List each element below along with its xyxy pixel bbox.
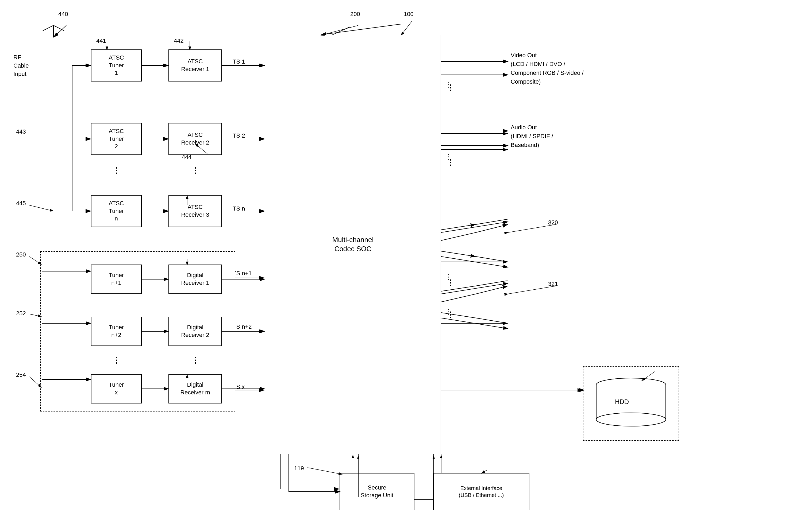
svg-marker-124 xyxy=(433,454,435,459)
tuner-n2-box: Tuner n+2 xyxy=(91,317,142,346)
svg-line-88 xyxy=(30,377,41,387)
svg-line-56 xyxy=(441,225,476,230)
hdd-label: HDD xyxy=(615,398,629,405)
audio-out-label: Audio Out (HDMI / SPDIF / Baseband) xyxy=(511,123,553,149)
dots-320: ⋯ xyxy=(445,273,454,281)
atsc-receiver-1-box: ATSC Receiver 1 xyxy=(168,50,222,81)
ref-100: 100 xyxy=(404,11,414,18)
svg-line-58 xyxy=(476,219,508,225)
secure-storage-box: Secure Storage Unit xyxy=(339,473,415,510)
multi-channel-codec-soc-box: Multi-channel Codec SOC xyxy=(265,35,441,454)
atsc-receiver-3-box: ATSC Receiver 3 xyxy=(168,195,222,227)
atsc-tuner-2-box: ATSC Tuner 2 xyxy=(91,123,142,155)
svg-line-6 xyxy=(43,25,54,31)
svg-line-59 xyxy=(476,256,508,262)
digital-receiver-1-box: Digital Receiver 1 xyxy=(168,265,222,294)
svg-line-4 xyxy=(54,25,66,37)
rf-cable-input-label: RF Cable Input xyxy=(13,54,29,78)
ref-445: 445 xyxy=(16,200,26,207)
dots-dr: ⋮ xyxy=(191,355,199,365)
dots-receiver: ⋮ xyxy=(191,166,199,175)
svg-line-83 xyxy=(30,314,41,317)
svg-line-61 xyxy=(441,286,476,291)
ref-441: 441 xyxy=(96,37,106,44)
svg-marker-125 xyxy=(357,454,359,459)
svg-line-7 xyxy=(54,25,64,31)
svg-line-74 xyxy=(321,25,358,35)
svg-point-69 xyxy=(596,413,666,426)
atsc-tuner-1-box: ATSC Tuner 1 xyxy=(91,50,142,81)
external-interface-box: External Interface (USB / Ethernet ...) xyxy=(433,473,529,510)
svg-line-63 xyxy=(476,281,508,286)
ref-250: 250 xyxy=(16,251,26,258)
dots-audio-out: ⋯ xyxy=(445,153,454,160)
ref-442: 442 xyxy=(174,37,184,44)
ts2-label: TS 2 xyxy=(233,132,245,139)
svg-line-55 xyxy=(321,24,401,35)
svg-line-80 xyxy=(30,205,54,211)
video-out-label: Video Out (LCD / HDMI / DVO / Component … xyxy=(511,51,584,86)
svg-line-57 xyxy=(441,251,476,256)
svg-marker-52 xyxy=(352,454,354,458)
dots-video-out: ⋯ xyxy=(445,81,454,89)
hdd-box xyxy=(593,377,668,430)
svg-line-86 xyxy=(308,468,342,474)
digital-receiver-m-box: Digital Receiver m xyxy=(168,374,222,403)
digital-receiver-2-box: Digital Receiver 2 xyxy=(168,317,222,346)
dots-tuner2: ⋮ xyxy=(112,355,120,365)
ref-440: 440 xyxy=(58,11,68,18)
tuner-x-box: Tuner x xyxy=(91,374,142,403)
svg-line-82 xyxy=(30,256,41,265)
ref-252: 252 xyxy=(16,310,26,317)
tsn-label: TS n xyxy=(233,205,245,212)
tsn1-label: TS n+1 xyxy=(233,270,252,277)
ts1-label: TS 1 xyxy=(233,58,245,65)
atsc-tuner-n-box: ATSC Tuner n xyxy=(91,195,142,227)
svg-line-64 xyxy=(476,318,508,323)
atsc-receiver-2-box: ATSC Receiver 2 xyxy=(168,123,222,155)
ref-119: 119 xyxy=(294,465,304,472)
ref-254-label: 254 xyxy=(16,372,26,378)
ref-200: 200 xyxy=(350,11,360,18)
tsn2-label: TS n+2 xyxy=(233,323,252,330)
dots-tuner: ⋮ xyxy=(112,166,120,175)
svg-line-75 xyxy=(401,21,412,35)
dots-321: ⋯ xyxy=(445,308,454,316)
tuner-n1-box: Tuner n+1 xyxy=(91,265,142,294)
ref-443: 443 xyxy=(16,128,26,135)
svg-marker-53 xyxy=(440,454,442,458)
